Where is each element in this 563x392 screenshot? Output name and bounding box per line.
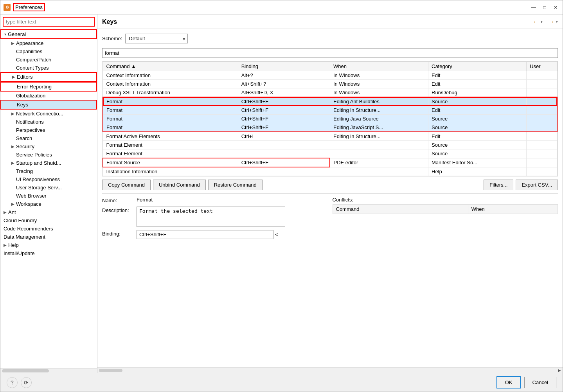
copy-command-button[interactable]: Copy Command xyxy=(102,180,151,190)
table-row[interactable]: Format Ctrl+Shift+F Editing Java Source … xyxy=(103,115,557,123)
forward-button[interactable]: → xyxy=(547,18,555,26)
app-icon: ⚙ xyxy=(4,4,11,11)
table-row[interactable]: Format Source Ctrl+Shift+F PDE editor Ma… xyxy=(103,158,557,167)
sidebar-item-tracing[interactable]: Tracing xyxy=(0,167,97,175)
col-category[interactable]: Category xyxy=(428,62,527,71)
chevron-right-icon: ▶ xyxy=(4,210,7,214)
sidebar-item-service-policies[interactable]: Service Policies xyxy=(0,151,97,159)
description-label: Description: xyxy=(102,207,133,213)
sidebar-item-network-connections[interactable]: ▶ Network Connectio... xyxy=(0,110,97,118)
col-user[interactable]: User xyxy=(527,62,557,71)
scheme-label: Scheme: xyxy=(102,36,122,41)
footer-left: ? ⟳ xyxy=(7,377,32,388)
conflicts-col-command[interactable]: Command xyxy=(333,205,468,214)
filter-input[interactable] xyxy=(102,48,558,58)
col-command[interactable]: Command ▲ xyxy=(103,62,238,71)
detail-description-row: Description: Format the selected text xyxy=(102,207,328,227)
description-textarea[interactable]: Format the selected text xyxy=(137,207,285,227)
sidebar-item-ui-responsiveness[interactable]: UI Responsiveness xyxy=(0,175,97,183)
table-row[interactable]: Format Element Source xyxy=(103,141,557,149)
forward-dropdown-icon[interactable]: ▾ xyxy=(556,20,558,24)
table-row[interactable]: Installation Information Help xyxy=(103,167,557,176)
chevron-right-icon: ▶ xyxy=(11,111,14,116)
sidebar-item-perspectives[interactable]: Perspectives xyxy=(0,126,97,134)
sidebar-item-ant[interactable]: ▶ Ant xyxy=(0,208,97,216)
table-row[interactable]: Format Element Source xyxy=(103,149,557,158)
back-dropdown-icon[interactable]: ▾ xyxy=(541,20,543,24)
table-row[interactable]: Context Information Alt+Shift+? In Windo… xyxy=(103,80,557,88)
sidebar-item-workspace[interactable]: ▶ Workspace xyxy=(0,200,97,208)
table-row[interactable]: Context Information Alt+? In Windows Edi… xyxy=(103,71,557,80)
sidebar-item-web-browser[interactable]: Web Browser xyxy=(0,192,97,200)
sidebar-item-search[interactable]: Search xyxy=(0,134,97,142)
col-binding[interactable]: Binding xyxy=(238,62,330,71)
chevron-down-icon: ▾ xyxy=(4,32,6,36)
sidebar-item-capabilities[interactable]: Capabilities xyxy=(0,47,97,56)
binding-input[interactable] xyxy=(137,230,273,239)
binding-label: Binding: xyxy=(102,230,133,237)
sidebar-item-general[interactable]: ▾ General xyxy=(0,29,97,39)
keys-table-container[interactable]: Command ▲ Binding When Category User Con… xyxy=(102,61,558,176)
conflicts-label: Conflicts: xyxy=(333,197,558,203)
sidebar-item-security[interactable]: ▶ Security xyxy=(0,142,97,151)
restore-command-button[interactable]: Restore Command xyxy=(208,180,263,190)
nav-arrows: ← ▾ → ▾ xyxy=(532,18,558,26)
sidebar-item-user-storage[interactable]: User Storage Serv... xyxy=(0,183,97,192)
table-row[interactable]: Debug XSLT Transformation Alt+Shift+D, X… xyxy=(103,88,557,97)
scheme-select[interactable]: Default xyxy=(125,34,188,43)
sidebar-item-notifications[interactable]: Notifications xyxy=(0,118,97,126)
detail-name-row: Name: Format xyxy=(102,197,328,203)
name-value: Format xyxy=(137,197,153,203)
close-button[interactable]: ✕ xyxy=(552,4,559,11)
sidebar-item-compare-patch[interactable]: Compare/Patch xyxy=(0,56,97,64)
sidebar-item-editors[interactable]: ▶ Editors xyxy=(0,72,97,82)
table-row[interactable]: Format Ctrl+Shift+F Editing in Structure… xyxy=(103,106,557,115)
detail-area: Name: Format Description: Format the sel… xyxy=(102,193,558,242)
window-title: Preferences xyxy=(13,4,530,10)
search-input[interactable] xyxy=(3,17,95,27)
help-button[interactable]: ? xyxy=(7,377,18,388)
sidebar-item-code-recommenders[interactable]: Code Recommenders xyxy=(0,225,97,233)
sidebar-item-help[interactable]: ▶ Help xyxy=(0,241,97,249)
content-header: Keys ← ▾ → ▾ xyxy=(97,14,563,29)
sidebar-item-error-reporting[interactable]: Error Reporting xyxy=(0,82,97,92)
sidebar-hscroll[interactable] xyxy=(0,368,97,373)
content-title: Keys xyxy=(102,18,117,25)
restore-defaults-button[interactable]: ⟳ xyxy=(21,377,32,388)
cancel-button[interactable]: Cancel xyxy=(524,377,556,388)
export-csv-button[interactable]: Export CSV... xyxy=(516,180,558,190)
table-row[interactable]: Format Ctrl+Shift+F Editing Ant Buildfil… xyxy=(103,97,557,106)
content-scroll[interactable]: Scheme: Default xyxy=(97,29,563,367)
sidebar-item-cloud-foundry[interactable]: Cloud Foundry xyxy=(0,216,97,225)
chevron-right-icon: ▶ xyxy=(11,144,14,149)
content-hscroll[interactable]: ▶ xyxy=(97,367,563,373)
sidebar-item-content-types[interactable]: Content Types xyxy=(0,64,97,72)
table-row[interactable]: Format Active Elements Ctrl+I Editing in… xyxy=(103,132,557,141)
maximize-button[interactable]: □ xyxy=(541,4,549,11)
footer: ? ⟳ OK Cancel xyxy=(0,373,563,392)
sidebar-item-install-update[interactable]: Install/Update xyxy=(0,249,97,257)
table-row[interactable]: Format Ctrl+Shift+F Editing JavaScript S… xyxy=(103,123,557,132)
col-when[interactable]: When xyxy=(330,62,428,71)
back-button[interactable]: ← xyxy=(532,18,540,26)
scroll-right-icon[interactable]: ▶ xyxy=(558,368,561,372)
scheme-select-wrap: Default xyxy=(125,34,188,43)
detail-binding-row: Binding: < xyxy=(102,230,328,239)
ok-button[interactable]: OK xyxy=(496,376,521,388)
detail-left: Name: Format Description: Format the sel… xyxy=(102,197,328,242)
conflicts-col-when[interactable]: When xyxy=(468,205,558,214)
sidebar-item-startup-shutdown[interactable]: ▶ Startup and Shutd... xyxy=(0,159,97,167)
window-controls: — □ ✕ xyxy=(530,4,559,11)
sidebar-item-appearance[interactable]: ▶ Appearance xyxy=(0,39,97,47)
sidebar-item-keys[interactable]: Keys xyxy=(0,100,97,110)
minimize-button[interactable]: — xyxy=(530,4,538,11)
chevron-right-icon: ▶ xyxy=(11,161,14,165)
sidebar-item-globalization[interactable]: Globalization xyxy=(0,92,97,100)
tree-container: ▾ General ▶ Appearance Capabilities Comp… xyxy=(0,29,97,368)
chevron-right-icon: ▶ xyxy=(11,41,14,45)
sidebar-item-data-management[interactable]: Data Management xyxy=(0,233,97,241)
filter-input-wrap xyxy=(102,48,558,58)
filters-button[interactable]: Filters... xyxy=(484,180,513,190)
unbind-command-button[interactable]: Unbind Command xyxy=(153,180,206,190)
search-box xyxy=(0,14,97,29)
